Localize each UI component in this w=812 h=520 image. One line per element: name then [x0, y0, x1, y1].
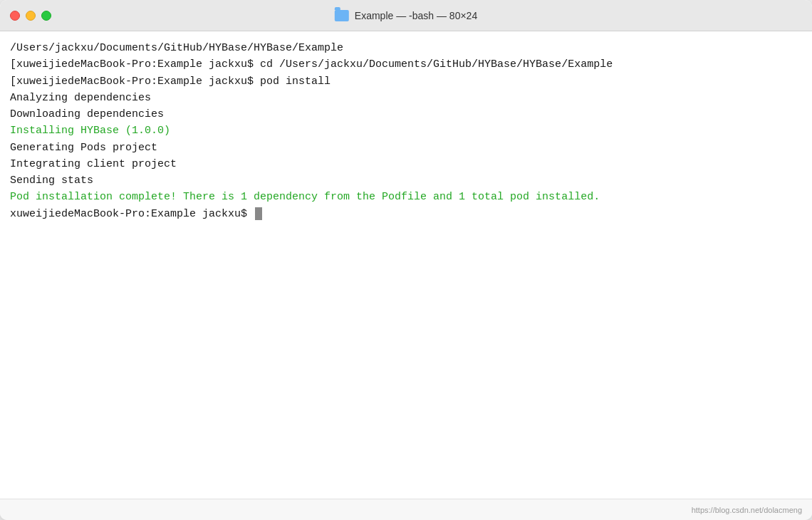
terminal-line: [xuweijiedeMacBook-Pro:Example jackxu$ p… — [10, 73, 802, 90]
window-title: Example — -bash — 80×24 — [355, 10, 477, 21]
terminal-line: xuweijiedeMacBook-Pro:Example jackxu$ — [10, 206, 802, 222]
terminal-line: Sending stats — [10, 172, 802, 189]
terminal-line: Installing HYBase (1.0.0) — [10, 123, 802, 139]
close-button[interactable] — [10, 11, 20, 21]
minimize-button[interactable] — [26, 11, 36, 21]
terminal-line: /Users/jackxu/Documents/GitHub/HYBase/HY… — [10, 40, 802, 56]
terminal-line: [xuweijiedeMacBook-Pro:Example jackxu$ c… — [10, 56, 802, 73]
terminal-line: Analyzing dependencies — [10, 90, 802, 106]
terminal-line: Pod installation complete! There is 1 de… — [10, 189, 802, 205]
titlebar-center: Example — -bash — 80×24 — [335, 10, 477, 21]
footer-url: https://blog.csdn.net/dolacmeng — [692, 506, 802, 514]
maximize-button[interactable] — [41, 11, 51, 21]
terminal-body[interactable]: /Users/jackxu/Documents/GitHub/HYBase/HY… — [0, 31, 812, 499]
traffic-lights — [10, 11, 51, 21]
folder-icon — [335, 10, 349, 21]
terminal-line: Generating Pods project — [10, 140, 802, 156]
terminal-window: Example — -bash — 80×24 /Users/jackxu/Do… — [0, 0, 812, 520]
terminal-cursor — [255, 207, 262, 220]
terminal-line: Integrating client project — [10, 156, 802, 172]
titlebar: Example — -bash — 80×24 — [0, 0, 812, 31]
terminal-line: Downloading dependencies — [10, 106, 802, 123]
bottom-bar: https://blog.csdn.net/dolacmeng — [0, 499, 812, 520]
